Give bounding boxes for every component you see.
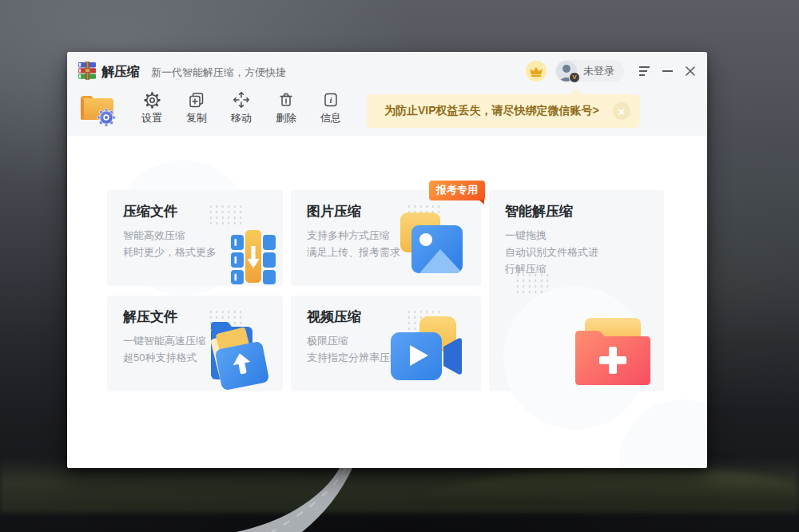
card-image-compress[interactable]: 报考专用 图片压缩 支持多种方式压缩 满足上传、报考需求 bbox=[291, 190, 481, 286]
copy-icon bbox=[188, 89, 205, 110]
avatar: V bbox=[556, 61, 577, 81]
banner-close-icon[interactable]: × bbox=[613, 102, 630, 120]
vip-v-badge: V bbox=[569, 72, 580, 83]
settings-button[interactable]: 设置 bbox=[129, 89, 174, 125]
deco-circle bbox=[618, 399, 707, 468]
delete-button[interactable]: 删除 bbox=[264, 89, 308, 125]
trash-icon bbox=[277, 89, 295, 110]
crown-icon bbox=[526, 61, 547, 81]
folder-plus-icon bbox=[572, 316, 654, 388]
title-row: 解压缩 新一代智能解压缩，方便快捷 bbox=[101, 64, 286, 81]
delete-label: 删除 bbox=[276, 111, 296, 125]
svg-text:i: i bbox=[329, 95, 332, 105]
card-title: 压缩文件 bbox=[123, 202, 283, 220]
folder-up-icon bbox=[203, 316, 278, 391]
move-icon bbox=[232, 89, 251, 110]
main-content: 压缩文件 智能高效压缩 耗时更少，格式更多 bbox=[67, 136, 707, 468]
gear-icon bbox=[143, 89, 161, 110]
header-right-controls: V 未登录 bbox=[526, 60, 696, 82]
banner-text[interactable]: 为防止VIP权益丢失，请尽快绑定微信账号> bbox=[384, 104, 599, 118]
vip-crown-button[interactable] bbox=[526, 61, 547, 81]
move-button[interactable]: 移动 bbox=[219, 89, 264, 125]
card-badge: 报考专用 bbox=[429, 181, 485, 200]
app-subtitle: 新一代智能解压缩，方便快捷 bbox=[151, 66, 286, 80]
copy-label: 复制 bbox=[186, 111, 207, 125]
card-compress-file[interactable]: 压缩文件 智能高效压缩 耗时更少，格式更多 bbox=[107, 190, 283, 286]
road-graphic bbox=[200, 463, 376, 532]
card-video-compress[interactable]: 视频压缩 极限压缩 支持指定分辨率压缩 bbox=[291, 296, 481, 391]
login-status-label: 未登录 bbox=[583, 64, 614, 78]
app-title: 解压缩 bbox=[101, 64, 140, 81]
app-window: 解压缩 新一代智能解压缩，方便快捷 bbox=[67, 52, 707, 468]
card-decompress-file[interactable]: 解压文件 一键智能高速压缩 超50种支持格式 bbox=[107, 296, 283, 391]
dots-decoration bbox=[515, 272, 551, 294]
card-desc: 一键拖拽 bbox=[505, 227, 664, 244]
move-label: 移动 bbox=[231, 111, 252, 125]
close-icon[interactable] bbox=[685, 66, 696, 77]
app-logo-icon bbox=[78, 62, 97, 80]
copy-button[interactable]: 复制 bbox=[174, 89, 219, 125]
window-controls bbox=[639, 66, 696, 77]
card-desc: 自动识别文件格式进 bbox=[505, 244, 664, 260]
window-header: 解压缩 新一代智能解压缩，方便快捷 bbox=[67, 52, 707, 136]
info-label: 信息 bbox=[320, 111, 341, 125]
info-icon: i bbox=[322, 89, 340, 110]
image-icon bbox=[389, 212, 469, 284]
toolbar: 设置 复制 bbox=[78, 89, 353, 128]
user-account-button[interactable]: V 未登录 bbox=[555, 60, 624, 82]
card-title: 智能解压缩 bbox=[505, 202, 664, 220]
settings-label: 设置 bbox=[141, 111, 162, 125]
compress-icon bbox=[229, 222, 277, 284]
menu-icon[interactable] bbox=[639, 66, 650, 76]
video-icon bbox=[384, 315, 468, 391]
vip-bind-banner: 为防止VIP权益丢失，请尽快绑定微信账号> × bbox=[367, 94, 640, 128]
minimize-icon[interactable] bbox=[662, 70, 673, 72]
card-smart-decompress[interactable]: 智能解压缩 一键拖拽 自动识别文件格式进 行解压缩 bbox=[489, 190, 664, 391]
folder-settings-icon[interactable] bbox=[78, 89, 118, 128]
info-button[interactable]: i 信息 bbox=[308, 89, 353, 125]
